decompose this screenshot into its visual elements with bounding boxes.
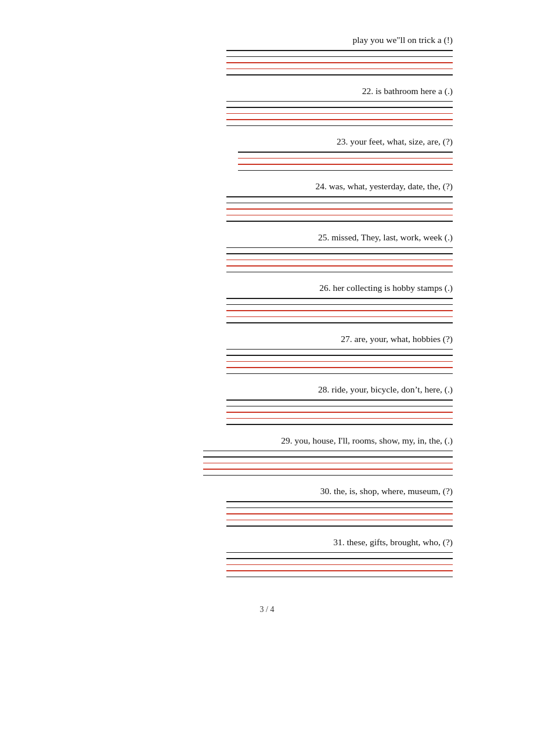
answer-lines — [226, 50, 453, 75]
answer-line-3 — [226, 564, 453, 566]
answer-line-2 — [238, 158, 453, 159]
question-item: 29. you, house, I'll, rooms, show, my, i… — [35, 435, 453, 476]
question-prompt: play you we"ll on trick a (!) — [353, 35, 453, 45]
answer-lines — [226, 552, 453, 578]
question-item: 31. these, gifts, brought, who, (?) — [35, 537, 453, 578]
page: play you we"ll on trick a (!) 22. is bat… — [0, 0, 534, 756]
answer-line-4 — [203, 469, 453, 470]
answer-line-1 — [226, 50, 453, 51]
answer-line-4 — [226, 119, 453, 120]
question-item: 22. is bathroom here a (.) — [35, 86, 453, 127]
answer-line-2 — [226, 203, 453, 204]
answer-line-1 — [226, 399, 453, 401]
answer-line-3 — [226, 62, 453, 63]
answer-line-3 — [226, 260, 453, 261]
answer-lines — [226, 349, 453, 375]
question-item: 26. her collecting is hobby stamps (.) — [35, 283, 453, 323]
question-item: 24. was, what, yesterday, date, the, (?) — [35, 181, 453, 222]
answer-line-2 — [226, 355, 453, 356]
content-area: play you we"ll on trick a (!) 22. is bat… — [35, 35, 499, 588]
page-number: 3 / 4 — [35, 605, 499, 614]
answer-lines — [226, 196, 453, 222]
answer-line-4 — [226, 265, 453, 267]
answer-lines — [238, 152, 453, 171]
answer-line-3 — [238, 164, 453, 165]
answer-line-1 — [238, 152, 453, 153]
answer-line-5 — [226, 125, 453, 127]
answer-line-2 — [203, 456, 453, 458]
answer-line-1 — [226, 349, 453, 350]
answer-line-1 — [226, 298, 453, 299]
answer-line-3 — [226, 208, 453, 210]
answer-line-2 — [226, 558, 453, 559]
answer-lines — [226, 399, 453, 425]
answer-line-5 — [226, 74, 453, 75]
answer-line-5 — [226, 525, 453, 527]
answer-line-5 — [226, 322, 453, 323]
question-prompt: 29. you, house, I'll, rooms, show, my, i… — [281, 435, 453, 446]
answer-line-2 — [226, 253, 453, 254]
answer-lines — [226, 247, 453, 273]
answer-line-2 — [226, 406, 453, 407]
question-item: play you we"ll on trick a (!) — [35, 35, 453, 75]
answer-line-3 — [226, 310, 453, 311]
answer-line-4 — [226, 215, 453, 216]
question-item: 30. the, is, shop, where, museum, (?) — [35, 486, 453, 527]
answer-line-2 — [226, 107, 453, 108]
answer-line-1 — [226, 247, 453, 249]
answer-line-1 — [226, 501, 453, 502]
question-prompt: 26. her collecting is hobby stamps (.) — [319, 283, 453, 293]
question-item: 28. ride, your, bicycle, don’t, here, (.… — [35, 384, 453, 425]
answer-lines — [226, 101, 453, 127]
question-item: 25. missed, They, last, work, week (.) — [35, 232, 453, 273]
question-item: 23. your feet, what, size, are, (?) — [35, 136, 453, 171]
answer-line-4 — [226, 69, 453, 70]
answer-line-5 — [226, 272, 453, 273]
answer-line-3 — [226, 412, 453, 413]
answer-line-3 — [226, 361, 453, 362]
answer-line-5 — [226, 424, 453, 425]
answer-lines — [226, 298, 453, 323]
answer-line-1 — [203, 451, 453, 452]
answer-line-4 — [226, 520, 453, 521]
answer-line-3 — [203, 463, 453, 464]
question-prompt: 28. ride, your, bicycle, don’t, here, (.… — [318, 384, 453, 395]
answer-line-3 — [226, 113, 453, 114]
answer-line-1 — [226, 101, 453, 102]
answer-line-5 — [226, 373, 453, 375]
answer-line-2 — [226, 56, 453, 57]
answer-line-3 — [226, 513, 453, 514]
answer-line-4 — [226, 418, 453, 419]
answer-line-4 — [226, 570, 453, 571]
answer-line-5 — [203, 475, 453, 476]
answer-line-2 — [226, 304, 453, 305]
question-prompt: 24. was, what, yesterday, date, the, (?) — [315, 181, 453, 192]
question-prompt: 27. are, your, what, hobbies (?) — [341, 334, 453, 344]
question-item: 27. are, your, what, hobbies (?) — [35, 334, 453, 375]
answer-line-4 — [238, 170, 453, 171]
answer-line-2 — [226, 507, 453, 509]
question-prompt: 31. these, gifts, brought, who, (?) — [333, 537, 453, 548]
question-prompt: 22. is bathroom here a (.) — [362, 86, 453, 96]
answer-line-5 — [226, 577, 453, 578]
answer-line-5 — [226, 221, 453, 222]
answer-line-1 — [226, 196, 453, 197]
answer-lines — [203, 451, 453, 476]
question-prompt: 25. missed, They, last, work, week (.) — [318, 232, 453, 243]
question-prompt: 23. your feet, what, size, are, (?) — [337, 136, 453, 147]
answer-lines — [226, 501, 453, 527]
question-prompt: 30. the, is, shop, where, museum, (?) — [320, 486, 453, 496]
answer-line-4 — [226, 316, 453, 318]
answer-line-1 — [226, 552, 453, 553]
answer-line-4 — [226, 367, 453, 368]
